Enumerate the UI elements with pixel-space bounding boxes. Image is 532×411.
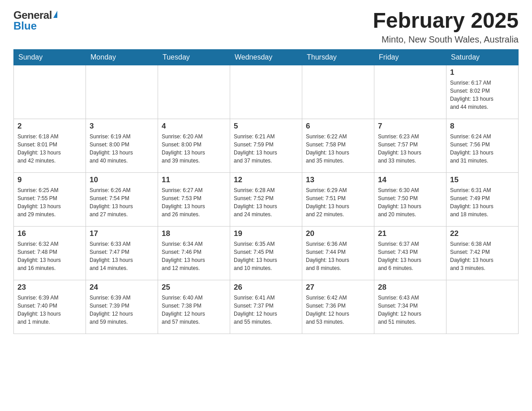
day-number: 9	[17, 176, 82, 184]
sun-info: Sunrise: 6:32 AMSunset: 7:48 PMDaylight:…	[17, 240, 82, 272]
calendar-cell	[302, 65, 374, 119]
day-number: 7	[378, 122, 442, 131]
calendar-cell	[14, 65, 86, 119]
calendar-cell: 24Sunrise: 6:39 AMSunset: 7:39 PMDayligh…	[86, 280, 158, 334]
calendar-cell: 27Sunrise: 6:42 AMSunset: 7:36 PMDayligh…	[302, 280, 374, 334]
sun-info: Sunrise: 6:35 AMSunset: 7:45 PMDaylight:…	[234, 240, 298, 272]
day-number: 18	[162, 229, 226, 238]
col-header-wednesday: Wednesday	[230, 49, 302, 65]
day-number: 20	[306, 229, 370, 238]
calendar-cell	[446, 280, 519, 334]
calendar-cell: 21Sunrise: 6:37 AMSunset: 7:43 PMDayligh…	[374, 226, 446, 280]
sun-info: Sunrise: 6:34 AMSunset: 7:46 PMDaylight:…	[162, 240, 226, 272]
day-number: 23	[17, 283, 82, 292]
day-number: 5	[234, 122, 298, 131]
day-number: 21	[378, 229, 442, 238]
calendar-cell: 15Sunrise: 6:31 AMSunset: 7:49 PMDayligh…	[446, 172, 519, 226]
calendar-week-row: 9Sunrise: 6:25 AMSunset: 7:55 PMDaylight…	[14, 172, 519, 226]
title-block: February 2025 Minto, New South Wales, Au…	[373, 9, 519, 45]
day-number: 22	[450, 229, 515, 238]
sun-info: Sunrise: 6:26 AMSunset: 7:54 PMDaylight:…	[90, 186, 154, 218]
sun-info: Sunrise: 6:18 AMSunset: 8:01 PMDaylight:…	[17, 133, 82, 165]
day-number: 13	[306, 176, 370, 184]
calendar-cell: 9Sunrise: 6:25 AMSunset: 7:55 PMDaylight…	[14, 172, 86, 226]
page-title: February 2025	[373, 9, 519, 33]
day-number: 3	[90, 122, 154, 131]
page-header: General Blue February 2025 Minto, New So…	[13, 9, 519, 45]
sun-info: Sunrise: 6:39 AMSunset: 7:40 PMDaylight:…	[17, 294, 82, 326]
calendar-cell	[374, 65, 446, 119]
sun-info: Sunrise: 6:28 AMSunset: 7:52 PMDaylight:…	[234, 186, 298, 218]
sun-info: Sunrise: 6:37 AMSunset: 7:43 PMDaylight:…	[378, 240, 442, 272]
sun-info: Sunrise: 6:20 AMSunset: 8:00 PMDaylight:…	[162, 133, 226, 165]
page-subtitle: Minto, New South Wales, Australia	[373, 34, 519, 45]
day-number: 2	[17, 122, 82, 131]
sun-info: Sunrise: 6:22 AMSunset: 7:58 PMDaylight:…	[306, 133, 370, 165]
calendar-week-row: 16Sunrise: 6:32 AMSunset: 7:48 PMDayligh…	[14, 226, 519, 280]
calendar-cell: 14Sunrise: 6:30 AMSunset: 7:50 PMDayligh…	[374, 172, 446, 226]
sun-info: Sunrise: 6:42 AMSunset: 7:36 PMDaylight:…	[306, 294, 370, 326]
day-number: 16	[17, 229, 82, 238]
sun-info: Sunrise: 6:36 AMSunset: 7:44 PMDaylight:…	[306, 240, 370, 272]
day-number: 1	[450, 68, 515, 77]
calendar-cell: 17Sunrise: 6:33 AMSunset: 7:47 PMDayligh…	[86, 226, 158, 280]
calendar-cell: 19Sunrise: 6:35 AMSunset: 7:45 PMDayligh…	[230, 226, 302, 280]
day-number: 28	[378, 283, 442, 292]
calendar-cell: 2Sunrise: 6:18 AMSunset: 8:01 PMDaylight…	[14, 119, 86, 172]
sun-info: Sunrise: 6:31 AMSunset: 7:49 PMDaylight:…	[450, 186, 515, 218]
calendar-cell: 4Sunrise: 6:20 AMSunset: 8:00 PMDaylight…	[158, 119, 230, 172]
calendar-week-row: 23Sunrise: 6:39 AMSunset: 7:40 PMDayligh…	[14, 280, 519, 334]
col-header-saturday: Saturday	[446, 49, 519, 65]
calendar-cell: 3Sunrise: 6:19 AMSunset: 8:00 PMDaylight…	[86, 119, 158, 172]
calendar-cell: 28Sunrise: 6:43 AMSunset: 7:34 PMDayligh…	[374, 280, 446, 334]
col-header-monday: Monday	[86, 49, 158, 65]
calendar-cell: 26Sunrise: 6:41 AMSunset: 7:37 PMDayligh…	[230, 280, 302, 334]
logo-blue-text: Blue	[13, 20, 37, 32]
calendar-cell: 1Sunrise: 6:17 AMSunset: 8:02 PMDaylight…	[446, 65, 519, 119]
day-number: 26	[234, 283, 298, 292]
sun-info: Sunrise: 6:21 AMSunset: 7:59 PMDaylight:…	[234, 133, 298, 165]
col-header-friday: Friday	[374, 49, 446, 65]
calendar-week-row: 1Sunrise: 6:17 AMSunset: 8:02 PMDaylight…	[14, 65, 519, 119]
sun-info: Sunrise: 6:19 AMSunset: 8:00 PMDaylight:…	[90, 133, 154, 165]
sun-info: Sunrise: 6:17 AMSunset: 8:02 PMDaylight:…	[450, 79, 515, 111]
calendar-cell	[158, 65, 230, 119]
day-number: 25	[162, 283, 226, 292]
logo-triangle-icon	[53, 11, 57, 18]
calendar-cell: 18Sunrise: 6:34 AMSunset: 7:46 PMDayligh…	[158, 226, 230, 280]
col-header-tuesday: Tuesday	[158, 49, 230, 65]
sun-info: Sunrise: 6:40 AMSunset: 7:38 PMDaylight:…	[162, 294, 226, 326]
calendar-cell: 16Sunrise: 6:32 AMSunset: 7:48 PMDayligh…	[14, 226, 86, 280]
calendar-cell: 5Sunrise: 6:21 AMSunset: 7:59 PMDaylight…	[230, 119, 302, 172]
calendar-week-row: 2Sunrise: 6:18 AMSunset: 8:01 PMDaylight…	[14, 119, 519, 172]
calendar-cell: 10Sunrise: 6:26 AMSunset: 7:54 PMDayligh…	[86, 172, 158, 226]
day-number: 6	[306, 122, 370, 131]
sun-info: Sunrise: 6:23 AMSunset: 7:57 PMDaylight:…	[378, 133, 442, 165]
sun-info: Sunrise: 6:25 AMSunset: 7:55 PMDaylight:…	[17, 186, 82, 218]
col-header-sunday: Sunday	[14, 49, 86, 65]
calendar-cell	[86, 65, 158, 119]
sun-info: Sunrise: 6:39 AMSunset: 7:39 PMDaylight:…	[90, 294, 154, 326]
calendar-cell	[230, 65, 302, 119]
calendar-cell: 8Sunrise: 6:24 AMSunset: 7:56 PMDaylight…	[446, 119, 519, 172]
day-number: 12	[234, 176, 298, 184]
day-number: 27	[306, 283, 370, 292]
sun-info: Sunrise: 6:33 AMSunset: 7:47 PMDaylight:…	[90, 240, 154, 272]
calendar-cell: 11Sunrise: 6:27 AMSunset: 7:53 PMDayligh…	[158, 172, 230, 226]
calendar-table: Sunday Monday Tuesday Wednesday Thursday…	[13, 49, 519, 334]
calendar-header-row: Sunday Monday Tuesday Wednesday Thursday…	[14, 49, 519, 65]
sun-info: Sunrise: 6:41 AMSunset: 7:37 PMDaylight:…	[234, 294, 298, 326]
day-number: 14	[378, 176, 442, 184]
col-header-thursday: Thursday	[302, 49, 374, 65]
calendar-cell: 13Sunrise: 6:29 AMSunset: 7:51 PMDayligh…	[302, 172, 374, 226]
logo: General Blue	[13, 9, 57, 32]
calendar-cell: 20Sunrise: 6:36 AMSunset: 7:44 PMDayligh…	[302, 226, 374, 280]
calendar-cell: 22Sunrise: 6:38 AMSunset: 7:42 PMDayligh…	[446, 226, 519, 280]
sun-info: Sunrise: 6:29 AMSunset: 7:51 PMDaylight:…	[306, 186, 370, 218]
sun-info: Sunrise: 6:24 AMSunset: 7:56 PMDaylight:…	[450, 133, 515, 165]
day-number: 4	[162, 122, 226, 131]
day-number: 11	[162, 176, 226, 184]
calendar-cell: 23Sunrise: 6:39 AMSunset: 7:40 PMDayligh…	[14, 280, 86, 334]
day-number: 19	[234, 229, 298, 238]
calendar-cell: 7Sunrise: 6:23 AMSunset: 7:57 PMDaylight…	[374, 119, 446, 172]
